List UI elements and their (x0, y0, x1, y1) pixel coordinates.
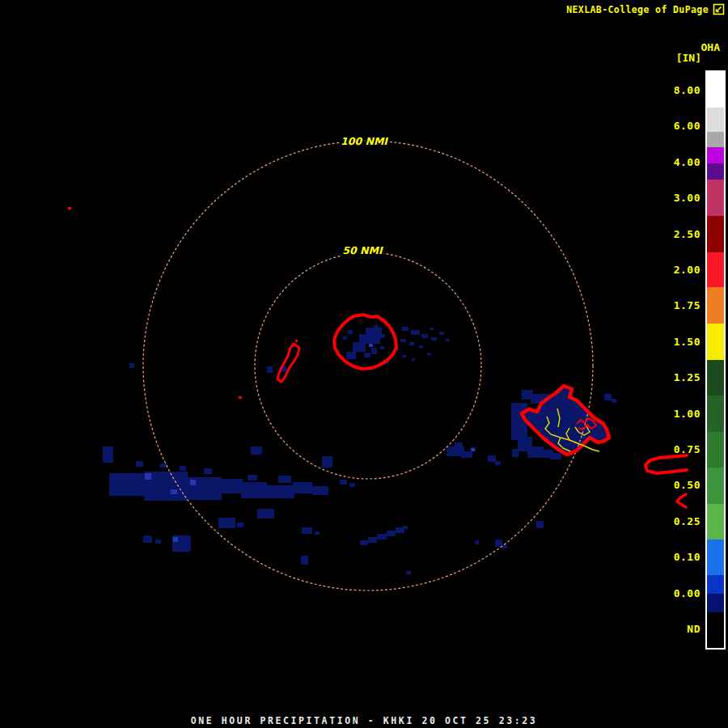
precip-echo (380, 346, 384, 349)
inner-range-ring (255, 252, 481, 479)
precip-echo (218, 518, 235, 528)
precip-echo (380, 334, 385, 338)
scale-segment-10 (707, 360, 724, 396)
precip-echo-bright (369, 344, 373, 347)
legend-product-id: OHA (701, 41, 720, 53)
precip-echo (495, 461, 501, 465)
precip-echo (402, 355, 406, 358)
site-title: NEXLAB-College of DuPage (566, 4, 709, 15)
product-caption: ONE HOUR PRECIPITATION - KHKI 20 OCT 25 … (0, 715, 728, 726)
scale-segment-0 (707, 72, 724, 108)
precip-echo (136, 461, 143, 467)
precip-echo (409, 342, 414, 345)
precip-echo (495, 540, 502, 547)
precip-echo (536, 521, 544, 528)
precip-echo (502, 544, 507, 548)
precip-echo (475, 540, 479, 544)
precip-echo-bright (145, 473, 151, 480)
inner-ring-label: 50 NMI (342, 244, 383, 256)
precip-echo-bright (190, 480, 196, 485)
precip-echo (143, 535, 152, 543)
scale-segment-12 (707, 432, 724, 468)
scale-segment-3 (707, 147, 724, 163)
precip-echo (257, 509, 274, 518)
precip-echo (488, 455, 496, 462)
precip-echo (402, 327, 408, 331)
precip-echo (302, 527, 312, 534)
scale-segment-18 (707, 612, 724, 648)
outer-range-ring (143, 141, 593, 590)
precip-echo (411, 330, 420, 335)
precip-echo (315, 531, 320, 535)
precip-echo (439, 332, 444, 335)
red-speck (295, 340, 298, 342)
scale-segment-6 (707, 216, 724, 252)
precip-echo (322, 456, 332, 468)
scale-segment-5 (707, 180, 724, 216)
precip-echo (349, 483, 355, 487)
precip-echo (360, 540, 368, 545)
niihau-outline (277, 344, 299, 382)
site-title-bar: NEXLAB-College of DuPage (566, 3, 725, 15)
precip-echo (241, 482, 267, 498)
precip-echo (160, 463, 167, 468)
radar-map: 100 NMI50 NMI (0, 0, 728, 728)
precip-echo (251, 447, 262, 455)
precip-echo (301, 556, 308, 565)
scale-segment-11 (707, 396, 724, 432)
precip-echo (387, 531, 396, 536)
precip-echo (103, 447, 113, 463)
precip-echo (129, 363, 134, 368)
precip-echo (204, 468, 212, 474)
scale-segment-7 (707, 252, 724, 287)
precip-echo (155, 540, 161, 544)
precip-echo (604, 394, 612, 400)
precip-echo-bright (173, 537, 178, 542)
precip-echo (346, 352, 356, 359)
precip-echo (374, 325, 379, 329)
precip-echo (265, 485, 294, 498)
precip-echo (353, 342, 366, 352)
box-diagonal-arrow-icon (713, 3, 725, 15)
precip-echo (427, 353, 431, 355)
scale-segment-13 (707, 468, 724, 504)
precip-echo (512, 449, 518, 457)
precip-echo-bright (471, 448, 475, 451)
scale-segment-9 (707, 324, 724, 360)
precip-echo (403, 526, 408, 529)
red-speck (239, 396, 242, 399)
scale-segment-4 (707, 163, 724, 180)
molokai-outline-fragment (645, 455, 687, 473)
scale-segment-16 (707, 575, 724, 594)
precip-echo (421, 334, 428, 338)
scale-segment-15 (707, 540, 724, 575)
precip-echo (419, 345, 423, 348)
precip-echo (109, 473, 146, 496)
color-scale-bar (705, 70, 726, 650)
precip-echo (377, 534, 387, 540)
precip-echo (348, 330, 353, 334)
precip-echo (180, 466, 186, 471)
radar-product-viewer: 100 NMI50 NMI NEXLAB-College of DuPage O… (0, 0, 728, 728)
scale-segment-17 (707, 594, 724, 612)
precip-echo (248, 475, 257, 480)
precip-echo (364, 353, 370, 358)
precip-echo (400, 339, 406, 342)
precip-echo (431, 337, 437, 341)
precip-echo (343, 336, 347, 340)
precip-echo (278, 476, 291, 483)
precip-echo (368, 537, 377, 543)
scale-segment-14 (707, 504, 724, 540)
precip-echo (446, 339, 450, 341)
red-speck (68, 207, 71, 210)
precip-echo (293, 482, 312, 493)
precip-echo (267, 366, 273, 373)
precip-echo (461, 451, 472, 458)
scale-segment-2 (707, 132, 724, 147)
precip-echo (371, 348, 377, 354)
precip-echo (220, 479, 243, 493)
precip-echo (612, 399, 616, 403)
precip-echo (412, 358, 415, 361)
precip-echo (340, 480, 347, 485)
precip-echo (550, 453, 561, 459)
